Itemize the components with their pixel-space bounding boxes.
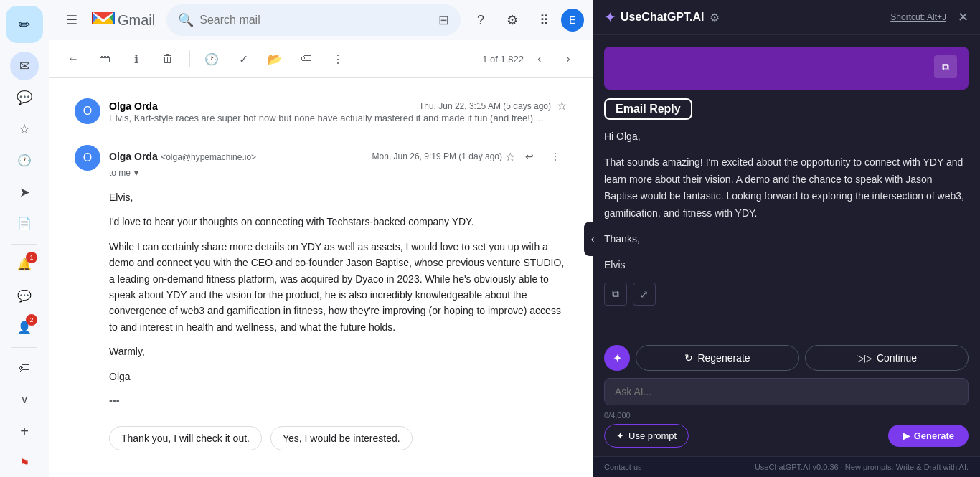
sidebar-item-send[interactable]: ➤ [10, 178, 39, 207]
use-prompt-button[interactable]: ✦ Use prompt [604, 424, 689, 448]
bottom-icon: ⚑ [19, 456, 29, 470]
sidebar-item-people[interactable]: 👤 2 [10, 313, 39, 341]
sidebar-item-more[interactable]: ∨ [10, 385, 39, 414]
search-bar[interactable]: 🔍 ⊟ [166, 4, 461, 36]
archive-button[interactable]: 🗃 [92, 46, 118, 72]
collapsed-email-item[interactable]: O Olga Orda Thu, Jun 22, 3:15 AM (5 days… [63, 90, 578, 133]
document-icon: 📄 [17, 217, 32, 230]
reply-icon: ↩ [525, 151, 534, 162]
meet-icon: 💬 [17, 289, 32, 303]
left-sidebar: ✏ ✉ 💬 ☆ 🕐 ➤ 📄 🔔 1 💬 👤 2 🏷 ∨ + ⚑ [0, 0, 49, 477]
spam-button[interactable]: ℹ [123, 46, 149, 72]
reply-button[interactable]: ↩ [518, 145, 541, 168]
contact-us-link[interactable]: Contact us [604, 463, 642, 471]
hamburger-icon: ☰ [66, 12, 77, 28]
mark-done-button[interactable]: ✓ [230, 46, 256, 72]
generate-label: Generate [914, 430, 954, 441]
compose-icon: ✏ [19, 16, 31, 33]
content-area: ← 🗃 ℹ 🗑 🕐 ✓ 📂 [49, 40, 593, 477]
search-input[interactable] [199, 14, 433, 27]
footer-bottom-row: ✦ Use prompt ▶ Generate [604, 424, 969, 448]
version-text: UseChatGPT.AI v0.0.36 · New prompts: Wri… [755, 463, 969, 471]
reply-content: Hi Olga, That sounds amazing! I'm excite… [604, 128, 969, 274]
panel-content: ⧉ Email Reply Hi Olga, That sounds amazi… [593, 35, 980, 336]
move-to-button[interactable]: 📂 [262, 46, 288, 72]
continue-button[interactable]: ▷▷ Continue [805, 345, 969, 371]
to-dropdown-icon[interactable]: ▾ [134, 168, 138, 178]
gmail-main: ☰ Gmail 🔍 ⊟ ? [49, 0, 593, 477]
gmail-logo: Gmail [92, 9, 155, 31]
collapsed-star-icon[interactable]: ☆ [557, 99, 567, 113]
next-email-button[interactable]: › [555, 46, 581, 72]
use-prompt-icon: ✦ [616, 430, 624, 441]
continue-label: Continue [877, 352, 917, 364]
help-button[interactable]: ? [466, 6, 495, 34]
next-icon: › [566, 52, 570, 65]
user-avatar[interactable]: E [561, 9, 584, 32]
snooze-button[interactable]: 🕐 [199, 46, 225, 72]
top-right-icons: ? ⚙ ⠿ E [466, 6, 584, 34]
spam-icon: ℹ [134, 52, 138, 66]
sidebar-item-tag[interactable]: 🏷 [10, 354, 39, 382]
compose-button[interactable]: ✏ [6, 6, 43, 43]
email-closing: Warmly, [109, 344, 567, 359]
collapsed-preview: Elvis, Kart-style races are super hot no… [109, 113, 567, 123]
trash-button[interactable]: 🗑 [155, 46, 181, 72]
sidebar-item-bottom[interactable]: ⚑ [10, 448, 39, 477]
sidebar-item-starred[interactable]: ☆ [10, 115, 39, 143]
email-signature: Olga [109, 369, 567, 384]
ask-input-row [604, 378, 969, 405]
collapse-toggle[interactable]: ‹ [584, 222, 601, 256]
email-star-icon[interactable]: ☆ [505, 150, 515, 164]
svg-rect-0 [92, 12, 93, 24]
sidebar-item-mail[interactable]: ✉ [10, 52, 39, 80]
hamburger-button[interactable]: ☰ [57, 6, 86, 34]
search-icon: 🔍 [178, 12, 194, 28]
label-button[interactable]: 🏷 [293, 46, 319, 72]
quick-reply-2[interactable]: Yes, I would be interested. [270, 426, 413, 450]
collapse-icon: ‹ [591, 233, 595, 245]
panel-close-button[interactable]: ✕ [958, 9, 969, 25]
notifications-badge: 1 [26, 252, 37, 263]
more-button[interactable]: ⋮ [544, 145, 567, 168]
prev-email-button[interactable]: ‹ [527, 46, 552, 72]
ask-input[interactable] [604, 378, 969, 405]
panel-logo: ✦ UseChatGPT.AI [604, 9, 704, 26]
quick-reply-1[interactable]: Thank you, I will check it out. [109, 426, 262, 450]
panel-footer: ✦ ↻ Regenerate ▷▷ Continue 0/4,000 ✦ Use… [593, 336, 980, 456]
expand-reply-button[interactable]: ⤢ [633, 283, 656, 306]
regenerate-icon: ↻ [684, 352, 693, 364]
collapsed-sender: Olga Orda [109, 100, 158, 112]
settings-icon: ⚙ [507, 12, 518, 28]
trash-icon: 🗑 [162, 52, 174, 65]
right-panel: ‹ ✦ UseChatGPT.AI ⚙ Shortcut: Alt+J ✕ ⧉ … [593, 0, 980, 477]
filter-icon[interactable]: ⊟ [438, 12, 449, 28]
regenerate-button[interactable]: ↻ Regenerate [636, 345, 799, 371]
sidebar-item-document[interactable]: 📄 [10, 209, 39, 238]
more-actions-button[interactable]: ⋮ [325, 46, 351, 72]
back-icon: ← [67, 52, 79, 65]
apps-button[interactable]: ⠿ [529, 6, 558, 34]
sender-email: <olga@hypemachine.io> [161, 152, 256, 162]
sidebar-item-notifications[interactable]: 🔔 1 [10, 250, 39, 279]
chat-icon: 💬 [17, 90, 32, 105]
copy-reply-button[interactable]: ⧉ [604, 283, 627, 306]
generate-button[interactable]: ▶ Generate [888, 425, 969, 447]
top-bar: ☰ Gmail 🔍 ⊟ ? [49, 0, 593, 40]
email-more: ••• [109, 393, 567, 409]
magic-button[interactable]: ✦ [604, 345, 630, 371]
banner-copy-button[interactable]: ⧉ [934, 55, 957, 78]
panel-title: UseChatGPT.AI [621, 11, 704, 24]
settings-button[interactable]: ⚙ [498, 6, 527, 34]
send-icon: ➤ [19, 184, 30, 200]
sidebar-item-add[interactable]: + [10, 417, 39, 445]
back-button[interactable]: ← [60, 46, 86, 72]
sidebar-item-clock[interactable]: 🕐 [10, 146, 39, 175]
email-thread: O Olga Orda Thu, Jun 22, 3:15 AM (5 days… [49, 78, 593, 477]
toolbar-sep-1 [189, 50, 190, 67]
sidebar-item-meet[interactable]: 💬 [10, 281, 39, 310]
sparkle-icon: ✦ [604, 9, 616, 26]
panel-header: ✦ UseChatGPT.AI ⚙ Shortcut: Alt+J ✕ [593, 0, 980, 35]
sidebar-item-chat[interactable]: 💬 [10, 83, 39, 112]
panel-gear-button[interactable]: ⚙ [710, 11, 720, 24]
